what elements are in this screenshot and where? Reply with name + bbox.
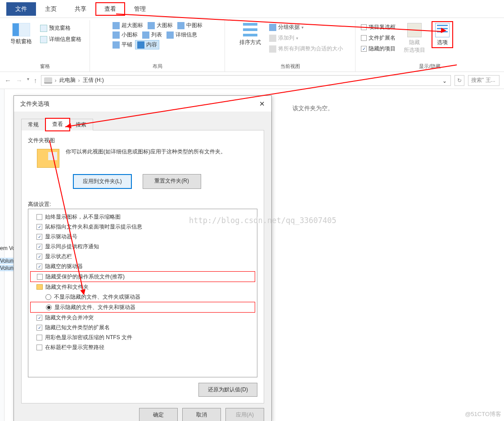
tab-share[interactable]: 共享 (66, 2, 95, 16)
checkbox-icon (36, 214, 42, 220)
search-input[interactable]: 搜索" 王... (468, 75, 500, 86)
advanced-setting-label: 显示驱动器号 (45, 232, 77, 241)
checkbox-icon (36, 315, 42, 321)
apply-to-folders-button[interactable]: 应用到文件夹(L) (73, 174, 132, 189)
address-bar: ← → ▾ ↑ › 此电脑 › 王倩 (H:) ⌄ ↻ 搜索" 王... (0, 72, 504, 89)
view-list[interactable]: 列表 (140, 31, 164, 39)
advanced-setting-item[interactable]: 用彩色显示加密或压缩的 NTFS 文件 (30, 332, 255, 342)
view-details[interactable]: 详细信息 (165, 31, 199, 39)
group-by-icon (269, 24, 276, 31)
checkbox-icon (36, 345, 42, 350)
tab-manage[interactable]: 管理 (125, 2, 155, 16)
details-icon (166, 31, 174, 39)
preview-pane-button[interactable]: 预览窗格 (38, 24, 83, 32)
m-icons-icon (177, 22, 184, 29)
credit-label: @51CTO博客 (465, 410, 501, 418)
content-icon (137, 41, 144, 49)
details-pane-button[interactable]: 详细信息窗格 (38, 35, 83, 44)
tab-file[interactable]: 文件 (6, 2, 36, 16)
dialog-title: 文件夹选项 (20, 100, 50, 108)
options-button[interactable]: 选项 (432, 21, 453, 48)
dialog-tab-general[interactable]: 常规 (21, 119, 45, 130)
nav-forward-button[interactable]: → (16, 76, 22, 84)
nav-sidebar[interactable] (0, 89, 4, 421)
advanced-settings-list[interactable]: 始终显示图标，从不显示缩略图鼠标指向文件夹和桌面项时显示提示信息显示驱动器号显示… (28, 209, 257, 377)
ribbon-group-label-layout: 布局 (153, 62, 162, 72)
advanced-setting-label: 用彩色显示加密或压缩的 NTFS 文件 (45, 333, 132, 342)
nav-pane-label: 导航窗格 (10, 38, 32, 45)
restore-defaults-button[interactable]: 还原为默认值(D) (198, 383, 257, 397)
advanced-setting-label: 始终显示图标，从不显示缩略图 (45, 212, 121, 221)
chevron-down-icon[interactable]: ⌄ (442, 78, 448, 83)
advanced-setting-item[interactable]: 鼠标指向文件夹和桌面项时显示提示信息 (30, 222, 255, 232)
breadcrumb[interactable]: › 此电脑 › 王倩 (H:) ⌄ (41, 75, 451, 86)
sort-by-button[interactable]: 排序方式 (236, 21, 265, 48)
folder-options-dialog: 文件夹选项 ✕ 常规 查看 搜索 文件夹视图 你可以将此视图(如详细信息或图标)… (14, 95, 272, 421)
add-columns-button[interactable]: 添加列 ▾ (267, 34, 345, 42)
folder-view-description: 你可以将此视图(如详细信息或图标)应用于这种类型的所有文件夹。 (66, 147, 226, 156)
s-icons-icon (112, 31, 120, 39)
advanced-setting-item[interactable]: 隐藏已知文件类型的扩展名 (30, 322, 255, 332)
advanced-setting-item[interactable]: 显示驱动器号 (30, 232, 255, 242)
tiles-icon (112, 41, 120, 49)
apply-button[interactable]: 应用(A) (225, 408, 264, 421)
view-content[interactable]: 内容 (135, 40, 159, 49)
advanced-setting-item[interactable]: 隐藏空的驱动器 (30, 261, 255, 271)
nav-back-button[interactable]: ← (4, 76, 11, 84)
add-columns-icon (269, 35, 276, 42)
hide-selected-button[interactable]: 隐藏 所选项目 (400, 21, 429, 56)
advanced-setting-item[interactable]: 隐藏文件和文件夹 (30, 282, 255, 292)
xl-icons-icon (112, 22, 120, 29)
nav-pane-icon (12, 23, 30, 36)
view-tiles[interactable]: 平铺 (111, 40, 134, 49)
view-large-icons[interactable]: 大图标 (146, 21, 175, 30)
cancel-button[interactable]: 取消 (182, 408, 221, 421)
close-button[interactable]: ✕ (259, 100, 265, 108)
refresh-button[interactable]: ↻ (454, 75, 464, 86)
ribbon-tab-bar: 驱动器工具 文件 主页 共享 查看 管理 (0, 0, 504, 18)
list-icon (142, 31, 149, 39)
hidden-items-toggle[interactable]: 隐藏的项目 (359, 45, 397, 53)
checkbox-icon (36, 335, 42, 340)
nav-up-button[interactable]: ↑ (34, 76, 37, 84)
advanced-setting-label: 显示隐藏的文件、文件夹和驱动器 (54, 303, 135, 312)
advanced-setting-label: 隐藏受保护的操作系统文件(推荐) (45, 272, 125, 281)
view-medium-icons[interactable]: 中图标 (176, 21, 204, 30)
checkbox-icon (36, 325, 42, 331)
advanced-setting-item[interactable]: 隐藏受保护的操作系统文件(推荐) (30, 271, 255, 282)
advanced-setting-label: 隐藏文件夹合并冲突 (45, 313, 94, 322)
advanced-setting-item[interactable]: 在标题栏中显示完整路径 (30, 342, 255, 352)
breadcrumb-drive[interactable]: 王倩 (H:) (83, 76, 104, 84)
drive-icon (44, 77, 52, 84)
nav-history-button[interactable]: ▾ (27, 76, 29, 84)
size-columns-icon (269, 45, 276, 53)
folder-view-icon (37, 149, 59, 168)
radio-icon (45, 294, 51, 300)
checkbox-icon (36, 264, 42, 269)
empty-folder-message: 该文件夹为空。 (292, 104, 490, 112)
l-icons-icon (148, 22, 155, 29)
checkbox-icon (37, 274, 43, 280)
advanced-setting-item[interactable]: 不显示隐藏的文件、文件夹或驱动器 (30, 292, 255, 302)
file-extensions-toggle[interactable]: 文件扩展名 (359, 34, 397, 42)
advanced-setting-item[interactable]: 始终显示图标，从不显示缩略图 (30, 212, 255, 222)
reset-folders-button[interactable]: 重置文件夹(R) (143, 174, 201, 189)
tab-home[interactable]: 主页 (36, 2, 66, 16)
ribbon: 导航窗格 预览窗格 详细信息窗格 窗格 超大图标 大图标 中图标 小图标 列表 … (0, 18, 504, 72)
advanced-setting-label: 隐藏已知文件类型的扩展名 (45, 323, 110, 332)
advanced-setting-label: 不显示隐藏的文件、文件夹或驱动器 (54, 292, 140, 301)
checkbox-checked-icon (361, 46, 367, 52)
view-extra-large-icons[interactable]: 超大图标 (111, 21, 145, 30)
checkbox-icon (36, 244, 42, 250)
checkbox-icon (36, 234, 42, 240)
size-columns-button[interactable]: 将所有列调整为合适的大小 (267, 45, 345, 53)
advanced-setting-item[interactable]: 显示隐藏的文件、文件夹和驱动器 (30, 302, 255, 313)
nav-pane-button[interactable]: 导航窗格 (7, 21, 36, 47)
advanced-setting-item[interactable]: 显示同步提供程序通知 (30, 242, 255, 251)
ok-button[interactable]: 确定 (139, 408, 178, 421)
view-small-icons[interactable]: 小图标 (111, 31, 140, 39)
advanced-setting-item[interactable]: 隐藏文件夹合并冲突 (30, 313, 255, 322)
breadcrumb-this-pc[interactable]: 此电脑 (59, 76, 76, 84)
advanced-setting-item[interactable]: 显示状态栏 (30, 251, 255, 261)
advanced-setting-label: 显示状态栏 (45, 252, 72, 261)
